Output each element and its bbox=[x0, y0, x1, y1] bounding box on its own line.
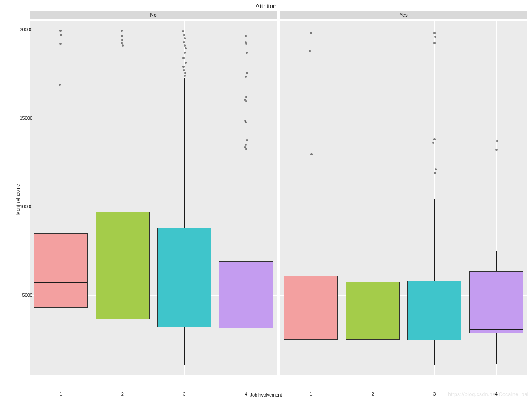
panel-yes bbox=[280, 21, 527, 375]
boxplot-chart: Attrition MonthlyIncome JobInvolvement N… bbox=[0, 0, 532, 399]
outlier-point bbox=[184, 44, 186, 47]
x-tick: 1 bbox=[303, 392, 319, 397]
facet-yes: Yes bbox=[280, 11, 527, 385]
outlier-point bbox=[184, 37, 186, 39]
outlier-point bbox=[184, 75, 186, 77]
x-tick: 2 bbox=[114, 392, 131, 397]
y-tick: 20000 bbox=[7, 27, 32, 32]
outlier-point bbox=[59, 84, 61, 86]
outlier-point bbox=[183, 34, 185, 36]
x-tick: 1 bbox=[52, 392, 69, 397]
outlier-point bbox=[245, 144, 247, 146]
outlier-point bbox=[433, 32, 436, 34]
y-axis-label: MonthlyIncome bbox=[15, 184, 20, 215]
outlier-point bbox=[495, 149, 498, 151]
chart-title: Attrition bbox=[0, 2, 532, 10]
x-axis-label: JobInvolvement bbox=[0, 392, 532, 397]
outlier-point bbox=[185, 47, 187, 49]
outlier-point bbox=[245, 121, 247, 123]
outlier-point bbox=[183, 41, 185, 43]
outlier-point bbox=[121, 35, 123, 37]
panel-no bbox=[30, 21, 277, 375]
outlier-point bbox=[245, 35, 247, 37]
x-tick: 4 bbox=[238, 392, 254, 397]
outlier-point bbox=[496, 140, 498, 142]
box-No-4 bbox=[219, 261, 273, 328]
facet-no: No bbox=[30, 11, 277, 385]
outlier-point bbox=[246, 52, 248, 54]
plot-area: No Yes bbox=[30, 11, 527, 385]
y-tick: 10000 bbox=[7, 204, 32, 209]
outlier-point bbox=[245, 43, 247, 45]
facet-strip-no: No bbox=[30, 11, 277, 19]
box-No-1 bbox=[34, 233, 88, 308]
box-Yes-4 bbox=[469, 271, 523, 333]
outlier-point bbox=[310, 32, 312, 34]
y-tick: 15000 bbox=[7, 116, 32, 121]
box-No-2 bbox=[96, 212, 150, 319]
outlier-point bbox=[433, 42, 436, 44]
outlier-point bbox=[435, 168, 437, 170]
outlier-point bbox=[184, 52, 186, 54]
outlier-point bbox=[310, 153, 313, 155]
x-tick: 3 bbox=[176, 392, 192, 397]
outlier-point bbox=[434, 172, 436, 174]
outlier-point bbox=[183, 69, 185, 71]
outlier-point bbox=[59, 30, 62, 32]
outlier-point bbox=[246, 139, 248, 141]
outlier-point bbox=[245, 148, 247, 150]
y-tick: 5000 bbox=[7, 293, 32, 298]
outlier-point bbox=[245, 100, 247, 102]
outlier-point bbox=[59, 43, 62, 45]
box-Yes-3 bbox=[407, 281, 461, 340]
outlier-point bbox=[121, 42, 123, 44]
x-tick: 4 bbox=[488, 392, 505, 397]
x-tick: 2 bbox=[365, 392, 381, 397]
outlier-point bbox=[185, 62, 187, 64]
outlier-point bbox=[122, 44, 124, 47]
outlier-point bbox=[60, 34, 62, 36]
outlier-point bbox=[246, 72, 248, 74]
outlier-point bbox=[245, 96, 247, 98]
outlier-point bbox=[182, 30, 184, 32]
x-tick: 3 bbox=[426, 392, 443, 397]
outlier-point bbox=[121, 39, 123, 41]
outlier-point bbox=[432, 142, 434, 144]
outlier-point bbox=[245, 76, 247, 78]
box-No-3 bbox=[157, 228, 211, 327]
outlier-point bbox=[245, 41, 247, 43]
outlier-point bbox=[434, 36, 436, 38]
outlier-point bbox=[121, 30, 123, 32]
outlier-point bbox=[433, 138, 436, 140]
facet-strip-yes: Yes bbox=[280, 11, 527, 19]
box-Yes-2 bbox=[346, 282, 400, 339]
box-Yes-1 bbox=[284, 276, 338, 339]
